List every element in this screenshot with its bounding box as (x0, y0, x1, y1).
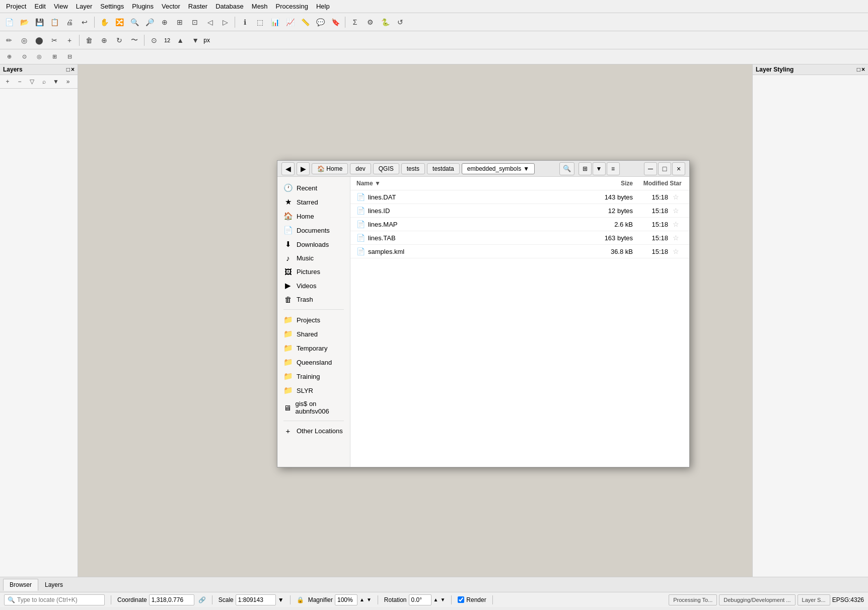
layers-add-btn[interactable]: + (2, 76, 13, 87)
menu-database[interactable]: Database (211, 2, 248, 11)
font-size-input[interactable]: 12 (162, 37, 172, 43)
locate-bar[interactable]: 🔍 (4, 594, 105, 605)
table-row[interactable]: 📄 lines.TAB 163 bytes 15:18 ☆ (350, 231, 689, 245)
sidebar-item-trash[interactable]: 🗑 Trash (277, 293, 350, 306)
menu-edit[interactable]: Edit (30, 2, 49, 11)
breadcrumb-dev[interactable]: dev (350, 163, 371, 174)
measure-btn[interactable]: 📏 (298, 15, 312, 29)
menu-view[interactable]: View (50, 2, 72, 11)
canvas-area[interactable]: ◀ ▶ 🏠 Home dev QGIS tests testdata embed… (78, 64, 752, 577)
layers-remove-btn[interactable]: − (14, 76, 25, 87)
magnifier-down-btn[interactable]: ▼ (367, 597, 372, 602)
dialog-grid-view-btn[interactable]: ⊞ (578, 162, 592, 175)
field-calculator-btn[interactable]: Σ (348, 15, 362, 29)
rotation-up-btn[interactable]: ▲ (433, 597, 439, 602)
dialog-forward-btn[interactable]: ▶ (297, 162, 310, 175)
sidebar-item-other-locations[interactable]: + Other Locations (277, 424, 350, 438)
extra-btn-4[interactable]: ⊞ (47, 50, 61, 64)
refresh-btn[interactable]: ↺ (393, 15, 407, 29)
dialog-minimize-btn[interactable]: ─ (644, 162, 657, 175)
breadcrumb-home[interactable]: 🏠 Home (312, 163, 348, 174)
node-btn[interactable]: ⬤ (32, 33, 46, 47)
locate-input[interactable] (17, 596, 93, 603)
file-star-1[interactable]: ☆ (668, 193, 683, 201)
menu-settings[interactable]: Settings (96, 2, 128, 11)
layer-styling-tooltip-btn[interactable]: Layer S... (798, 594, 830, 605)
pan-map-btn[interactable]: 🔀 (112, 15, 126, 29)
delete-btn[interactable]: 🗑 (82, 33, 96, 47)
sidebar-item-gis-server[interactable]: 🖥 gis$ on aubnfsv006 (277, 397, 350, 418)
sidebar-item-training[interactable]: 📁 Training (277, 369, 350, 383)
table-row[interactable]: 📄 lines.MAP 2.6 kB 15:18 ☆ (350, 218, 689, 231)
table-row[interactable]: 📄 samples.kml 36.8 kB 15:18 ☆ (350, 245, 689, 258)
render-checkbox[interactable] (458, 596, 464, 603)
zoom-out-btn[interactable]: 🔎 (142, 15, 157, 29)
dialog-back-btn[interactable]: ◀ (281, 162, 295, 175)
processing-btn[interactable]: ⚙ (363, 15, 377, 29)
open-table-btn[interactable]: 📊 (268, 15, 282, 29)
menu-project[interactable]: Project (2, 2, 30, 11)
zoom-last-btn[interactable]: ◁ (203, 15, 217, 29)
python-btn[interactable]: 🐍 (378, 15, 392, 29)
extra-btn-5[interactable]: ⊟ (62, 50, 77, 64)
zoom-full-btn[interactable]: ⊕ (158, 15, 172, 29)
save-project-btn[interactable]: 💾 (32, 15, 46, 29)
col-size-header[interactable]: Size (583, 180, 633, 187)
scale-dropdown-btn[interactable]: ▼ (278, 596, 284, 603)
sidebar-item-temporary[interactable]: 📁 Temporary (277, 341, 350, 355)
print-btn[interactable]: 🖨 (62, 15, 77, 29)
layers-more-btn[interactable]: » (62, 76, 74, 87)
layers-minimize-btn[interactable]: □ (66, 66, 70, 73)
layers-search-btn[interactable]: ⌕ (38, 76, 49, 87)
layers-expand-btn[interactable]: ▼ (50, 76, 61, 87)
add-feature-btn[interactable]: + (62, 33, 77, 47)
menu-layer[interactable]: Layer (72, 2, 97, 11)
statistics-btn[interactable]: 📈 (283, 15, 297, 29)
right-panel-minimize-btn[interactable]: □ (857, 66, 860, 73)
open-project-btn[interactable]: 📂 (17, 15, 31, 29)
snap-btn[interactable]: ⊙ (147, 33, 161, 47)
zoom-layer-btn[interactable]: ⊡ (188, 15, 202, 29)
zoom-in-btn[interactable]: 🔍 (127, 15, 141, 29)
layers-close-btn[interactable]: × (71, 66, 75, 73)
menu-plugins[interactable]: Plugins (128, 2, 158, 11)
file-star-3[interactable]: ☆ (668, 220, 683, 228)
new-project-btn[interactable]: 📄 (2, 15, 16, 29)
epsg-label[interactable]: EPSG:4326 (832, 596, 864, 603)
edit-btn[interactable]: ◎ (17, 33, 31, 47)
digitize-btn[interactable]: ✏ (2, 33, 16, 47)
sidebar-item-music[interactable]: ♪ Music (277, 251, 350, 265)
dialog-list-view-btn[interactable]: ≡ (607, 162, 620, 175)
extra-btn-1[interactable]: ⊕ (2, 50, 16, 64)
right-panel-close-btn[interactable]: × (861, 66, 865, 73)
menu-raster[interactable]: Raster (184, 2, 211, 11)
menu-help[interactable]: Help (312, 2, 334, 11)
font-up-btn[interactable]: ▲ (173, 33, 187, 47)
split-btn[interactable]: ✂ (47, 33, 61, 47)
file-star-4[interactable]: ☆ (668, 234, 683, 242)
sidebar-item-queensland[interactable]: 📁 Queensland (277, 355, 350, 369)
tab-layers[interactable]: Layers (38, 579, 69, 591)
magnifier-up-btn[interactable]: ▲ (359, 597, 365, 602)
menu-processing[interactable]: Processing (272, 2, 312, 11)
sidebar-item-recent[interactable]: 🕐 Recent (277, 181, 350, 195)
merge-btn[interactable]: ⊕ (97, 33, 111, 47)
scale-input[interactable] (236, 594, 276, 605)
bookmarks-btn[interactable]: 🔖 (328, 15, 342, 29)
menu-vector[interactable]: Vector (158, 2, 184, 11)
table-row[interactable]: 📄 lines.ID 12 bytes 15:18 ☆ (350, 204, 689, 218)
dialog-close-btn[interactable]: × (672, 162, 685, 175)
simplify-btn[interactable]: 〜 (127, 33, 141, 47)
col-star-header[interactable]: Star (668, 180, 683, 187)
map-tips-btn[interactable]: 💬 (313, 15, 327, 29)
coordinate-input[interactable] (149, 594, 194, 605)
processing-tooltip-btn[interactable]: Processing To... (669, 594, 717, 605)
sidebar-item-documents[interactable]: 📄 Documents (277, 223, 350, 237)
col-modified-header[interactable]: Modified (633, 180, 668, 187)
font-down-btn[interactable]: ▼ (188, 33, 202, 47)
zoom-selection-btn[interactable]: ⊞ (173, 15, 187, 29)
rotation-input[interactable] (409, 594, 431, 605)
extra-btn-2[interactable]: ⊙ (17, 50, 31, 64)
tab-browser[interactable]: Browser (3, 579, 38, 591)
sidebar-item-videos[interactable]: ▶ Videos (277, 279, 350, 293)
